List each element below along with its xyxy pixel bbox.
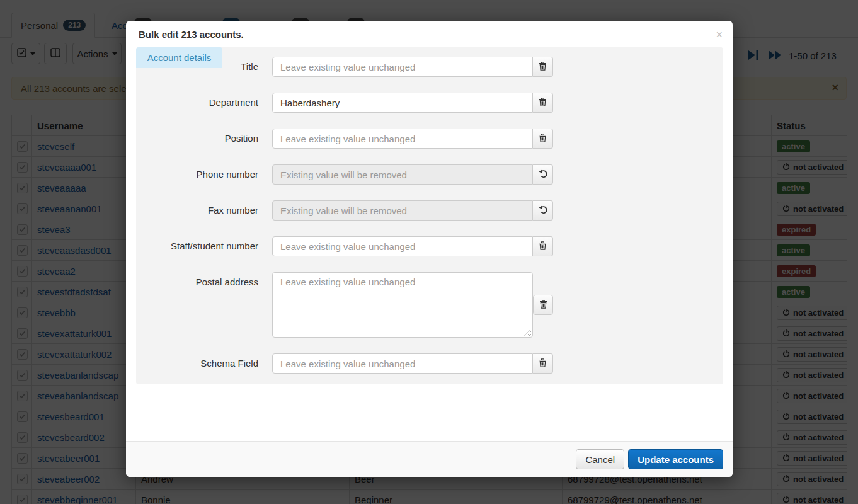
trash-icon	[538, 358, 547, 370]
modal-title: Bulk edit 213 accounts.	[139, 29, 244, 40]
position-input[interactable]	[272, 129, 533, 149]
bulk-edit-modal: Bulk edit 213 accounts. × Account detail…	[126, 21, 733, 477]
form-row: Department	[136, 93, 723, 113]
trash-icon	[538, 97, 547, 109]
clear-value-button[interactable]	[533, 236, 553, 256]
form-row: Title	[136, 57, 723, 77]
field-label: Fax number	[136, 200, 258, 220]
field-label: Schema Field	[136, 353, 258, 374]
update-accounts-button[interactable]: Update accounts	[628, 449, 723, 469]
clear-value-button[interactable]	[533, 353, 553, 374]
trash-icon	[538, 241, 547, 253]
app-root: Personal 213 Acc Actions	[0, 0, 858, 504]
phone-number-input[interactable]	[272, 164, 533, 185]
title-input[interactable]	[272, 57, 533, 77]
modal-header: Bulk edit 213 accounts. ×	[126, 21, 733, 47]
staff-student-number-input[interactable]	[272, 236, 533, 256]
trash-icon	[538, 61, 547, 73]
trash-icon	[539, 299, 548, 311]
form-row: Postal address	[136, 272, 723, 338]
clear-value-button[interactable]	[533, 57, 553, 77]
form-row: Schema Field	[136, 353, 723, 374]
department-input[interactable]	[272, 93, 533, 113]
schema-field-input[interactable]	[272, 353, 533, 374]
clear-value-button[interactable]	[533, 129, 553, 149]
postal-address-textarea[interactable]	[272, 272, 533, 338]
field-label: Department	[136, 93, 258, 113]
clear-value-button[interactable]	[533, 93, 553, 113]
cancel-button[interactable]: Cancel	[576, 449, 624, 469]
restore-value-button[interactable]	[533, 164, 553, 185]
undo-icon	[538, 205, 548, 217]
close-icon[interactable]: ×	[716, 27, 723, 43]
trash-icon	[538, 133, 547, 145]
modal-footer: Cancel Update accounts	[126, 441, 733, 477]
form-row: Position	[136, 129, 723, 149]
undo-icon	[538, 169, 548, 181]
field-label: Postal address	[136, 272, 258, 338]
field-label: Position	[136, 129, 258, 149]
account-details-panel: Account details TitleDepartmentPositionP…	[136, 47, 723, 384]
form-row: Staff/student number	[136, 236, 723, 256]
form-row: Phone number	[136, 164, 723, 185]
field-label: Phone number	[136, 164, 258, 185]
form-row: Fax number	[136, 200, 723, 220]
field-label: Staff/student number	[136, 236, 258, 256]
clear-value-button[interactable]	[533, 295, 553, 315]
restore-value-button[interactable]	[533, 200, 553, 220]
fax-number-input[interactable]	[272, 200, 533, 220]
bulk-edit-form: TitleDepartmentPositionPhone numberFax n…	[136, 57, 723, 389]
field-label: Title	[136, 57, 258, 77]
